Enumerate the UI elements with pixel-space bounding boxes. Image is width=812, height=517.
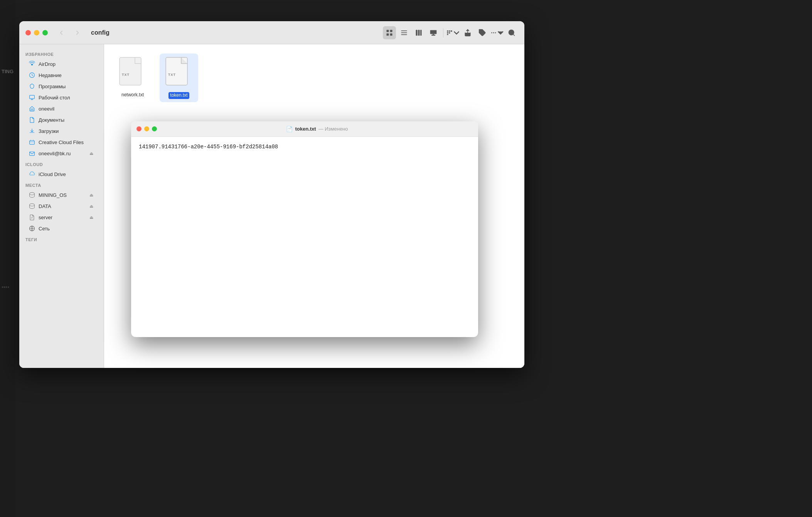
tags-label: Теги [19, 234, 104, 243]
view-list-button[interactable] [398, 26, 411, 39]
airdrop-icon [29, 60, 35, 67]
editor-maximize-button[interactable] [152, 126, 157, 131]
file-name-network-txt: network.txt [121, 92, 144, 98]
sidebar-item-email[interactable]: oneevil@bk.ru ⏏ [22, 148, 101, 159]
server-icon [29, 214, 35, 221]
server-eject-icon: ⏏ [88, 214, 94, 220]
sidebar-item-apps[interactable]: Программы [22, 81, 101, 92]
close-button[interactable] [25, 30, 31, 35]
drive-icon-mining [29, 191, 35, 198]
svg-rect-15 [451, 30, 452, 32]
maximize-button[interactable] [42, 30, 48, 35]
finder-toolbar: config [19, 21, 524, 44]
favorites-label: Избранное [19, 49, 104, 58]
divider [443, 28, 443, 37]
svg-rect-14 [449, 30, 450, 32]
more-button[interactable] [490, 26, 504, 39]
sidebar-label-mining: MINING_OS [39, 192, 85, 198]
apps-icon [29, 83, 35, 90]
editor-modified-label: — Изменено [318, 126, 348, 132]
partial-stars: **** [0, 285, 9, 291]
share-button[interactable] [461, 26, 474, 39]
svg-point-26 [31, 64, 33, 65]
sidebar-label-server: server [39, 215, 85, 220]
svg-point-21 [491, 32, 492, 33]
file-item-network-txt[interactable]: TXT network.txt [113, 54, 152, 102]
sidebar-label-desktop: Рабочий стол [39, 95, 94, 101]
editor-content[interactable]: 141907.91431766-a20e-4455-9169-bf2d25814… [131, 137, 478, 337]
view-column-button[interactable] [412, 26, 425, 39]
file-name-token-txt: token.txt [168, 92, 189, 99]
sidebar-item-airdrop[interactable]: AirDrop [22, 59, 101, 69]
editor-close-button[interactable] [136, 126, 142, 131]
minimize-button[interactable] [34, 30, 39, 35]
svg-rect-34 [120, 57, 141, 85]
sidebar-label-email: oneevil@bk.ru [39, 151, 85, 156]
svg-rect-13 [447, 30, 448, 32]
sidebar-item-home[interactable]: oneevil [22, 103, 101, 114]
text-editor-window: 📄 token.txt — Изменено 141907.91431766-a… [131, 121, 478, 337]
sidebar-item-mining[interactable]: MINING_OS ⏏ [22, 190, 101, 200]
toolbar-icons [383, 26, 518, 39]
svg-text:TXT: TXT [122, 73, 130, 77]
svg-rect-8 [418, 30, 419, 35]
forward-button[interactable] [72, 27, 83, 39]
sidebar-item-downloads[interactable]: Загрузки [22, 126, 101, 136]
partial-label: TING [0, 69, 13, 74]
svg-point-31 [30, 193, 35, 195]
sidebar-item-recents[interactable]: Недавние [22, 70, 101, 81]
back-button[interactable] [56, 27, 67, 39]
svg-rect-12 [433, 34, 434, 35]
sidebar-label-creative: Creative Cloud Files [39, 139, 94, 145]
view-gallery-button[interactable] [427, 26, 440, 39]
desktop-icon [29, 94, 35, 101]
home-icon [29, 105, 35, 112]
svg-rect-7 [416, 30, 418, 35]
icloud-label: iCloud [19, 159, 104, 168]
mining-eject-icon: ⏏ [88, 192, 94, 198]
svg-line-25 [513, 34, 515, 35]
search-button[interactable] [505, 26, 518, 39]
svg-rect-17 [449, 32, 450, 33]
svg-rect-6 [401, 34, 407, 35]
editor-minimize-button[interactable] [144, 126, 149, 131]
app-bar [0, 0, 15, 517]
sidebar-item-creative[interactable]: Creative Cloud Files [22, 137, 101, 148]
view-grid-button[interactable] [383, 26, 396, 39]
svg-text:TXT: TXT [168, 73, 176, 77]
sidebar-label-docs: Документы [39, 117, 94, 123]
sidebar-item-icloud[interactable]: iCloud Drive [22, 169, 101, 180]
downloads-icon [29, 128, 35, 134]
email-icon [29, 150, 35, 157]
sidebar: Избранное AirDrop [19, 44, 104, 368]
sidebar-item-server[interactable]: server ⏏ [22, 212, 101, 223]
svg-point-32 [30, 204, 35, 206]
tag-button[interactable] [476, 26, 489, 39]
svg-rect-9 [420, 30, 421, 35]
editor-filename: token.txt [295, 126, 316, 132]
editor-titlebar: 📄 token.txt — Изменено [131, 121, 478, 137]
group-button[interactable] [446, 26, 460, 39]
sidebar-item-docs[interactable]: Документы [22, 114, 101, 125]
svg-rect-5 [401, 32, 407, 33]
sidebar-label-icloud: iCloud Drive [39, 171, 94, 177]
sidebar-item-desktop[interactable]: Рабочий стол [22, 92, 101, 103]
svg-point-23 [495, 32, 496, 33]
svg-rect-29 [30, 141, 35, 144]
files-grid: TXT network.txt TXT t [113, 54, 515, 102]
sidebar-item-data[interactable]: DATA ⏏ [22, 201, 101, 212]
svg-rect-30 [30, 152, 35, 156]
editor-traffic-lights [136, 126, 157, 131]
icloud-icon [29, 171, 35, 178]
file-item-token-txt[interactable]: TXT token.txt [160, 54, 198, 102]
file-icon-token-txt: TXT [165, 57, 193, 90]
places-label: Места [19, 180, 104, 189]
recents-icon [29, 72, 35, 79]
sidebar-label-downloads: Загрузки [39, 128, 94, 134]
traffic-lights [25, 30, 48, 35]
sidebar-item-network[interactable]: Сеть [22, 223, 101, 234]
drive-icon-data [29, 203, 35, 210]
sidebar-label-recents: Недавние [39, 72, 94, 78]
sidebar-label-home: oneevil [39, 106, 94, 112]
svg-rect-16 [447, 32, 448, 33]
